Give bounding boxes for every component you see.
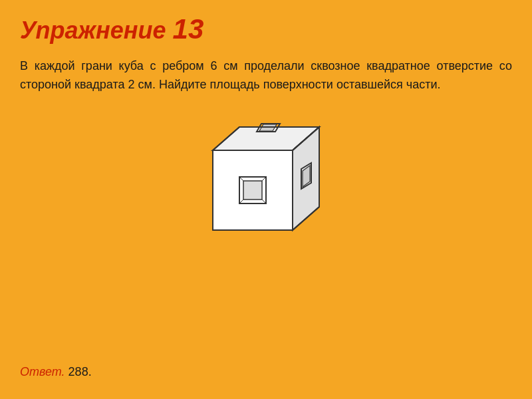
problem-text: В каждой грани куба с ребром 6 см продел… [20,57,512,94]
answer-section: Ответ. 288. [20,365,92,379]
cube-illustration [20,110,512,250]
page-container: Упражнение 13 В каждой грани куба с ребр… [0,0,532,399]
title-number: 13 [173,13,204,45]
svg-rect-4 [243,181,262,200]
answer-value: 288. [65,365,92,378]
answer-label: Ответ. [20,365,65,378]
exercise-title: Упражнение 13 [20,13,512,45]
cube-svg [193,110,339,250]
title-prefix: Упражнение [20,17,173,44]
